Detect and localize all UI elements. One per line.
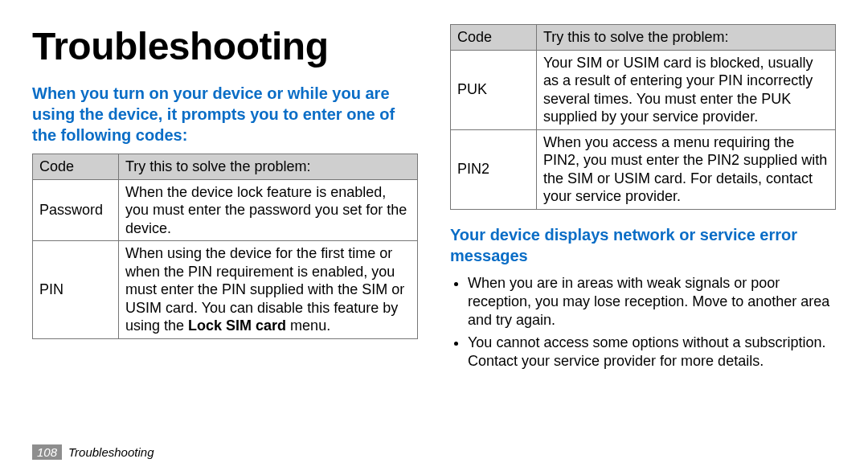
table-row: PIN2 When you access a menu requiring th… xyxy=(451,129,836,209)
footer-section-name: Troubleshooting xyxy=(68,445,154,459)
code-cell: PIN xyxy=(33,241,119,339)
page-footer: 108 Troubleshooting xyxy=(32,444,154,460)
right-code-table: Code Try this to solve the problem: PUK … xyxy=(450,24,836,210)
right-column: Code Try this to solve the problem: PUK … xyxy=(450,24,836,374)
table-row: PIN When using the device for the first … xyxy=(33,241,418,339)
left-code-table: Code Try this to solve the problem: Pass… xyxy=(32,154,418,339)
col-header-code: Code xyxy=(33,154,119,180)
col-header-try: Try this to solve the problem: xyxy=(119,154,418,180)
solution-text-post: menu. xyxy=(286,317,330,334)
left-heading: When you turn on your device or while yo… xyxy=(32,83,418,145)
col-header-try: Try this to solve the problem: xyxy=(537,25,836,51)
table-row: PUK Your SIM or USIM card is blocked, us… xyxy=(451,50,836,129)
page-number: 108 xyxy=(32,444,62,460)
left-column: Troubleshooting When you turn on your de… xyxy=(32,24,418,374)
solution-cell: When you access a menu requiring the PIN… xyxy=(537,129,836,209)
col-header-code: Code xyxy=(451,25,537,51)
list-item: When you are in areas with weak signals … xyxy=(468,274,836,330)
code-cell: Password xyxy=(33,179,119,241)
table-header-row: Code Try this to solve the problem: xyxy=(451,25,836,51)
code-cell: PUK xyxy=(451,50,537,129)
solution-cell: When the device lock feature is enabled,… xyxy=(119,179,418,241)
page-title: Troubleshooting xyxy=(32,24,418,68)
bullet-list: When you are in areas with weak signals … xyxy=(450,274,836,371)
table-header-row: Code Try this to solve the problem: xyxy=(33,154,418,180)
lock-sim-bold: Lock SIM card xyxy=(188,317,286,334)
right-heading: Your device displays network or service … xyxy=(450,224,836,266)
solution-cell: When using the device for the first time… xyxy=(119,241,418,339)
two-column-layout: Troubleshooting When you turn on your de… xyxy=(32,24,836,374)
list-item: You cannot access some options without a… xyxy=(468,334,836,371)
solution-cell: Your SIM or USIM card is blocked, usuall… xyxy=(537,50,836,129)
table-row: Password When the device lock feature is… xyxy=(33,179,418,241)
code-cell: PIN2 xyxy=(451,129,537,209)
